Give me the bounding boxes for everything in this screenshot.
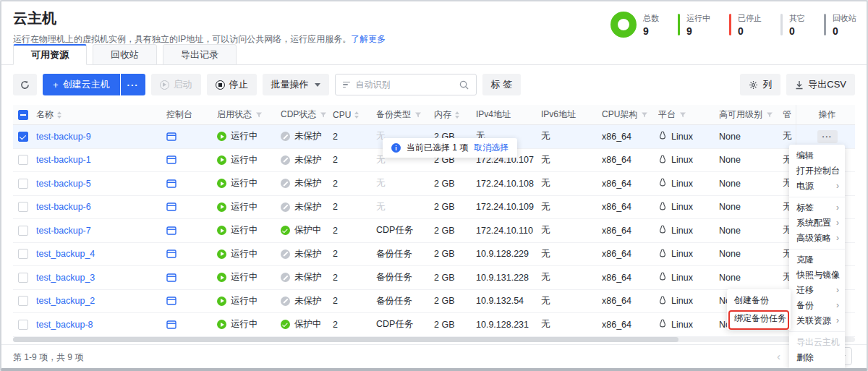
console-icon[interactable]: [166, 155, 176, 164]
platform-text: Linux: [671, 202, 693, 212]
stop-circle-icon: [216, 80, 225, 90]
platform-text: Linux: [671, 273, 693, 283]
tab-available-resources[interactable]: 可用资源: [13, 44, 87, 65]
search-input[interactable]: [356, 80, 454, 90]
platform-text: Linux: [671, 226, 693, 236]
filter-icon[interactable]: [641, 111, 648, 119]
menu-item-edit[interactable]: 编辑: [789, 148, 845, 163]
menu-item-export-vm[interactable]: 导出云主机: [789, 335, 845, 350]
columns-button[interactable]: 列: [740, 74, 780, 95]
stat-value: 0: [789, 25, 805, 37]
tag-button[interactable]: 标 签: [482, 74, 522, 95]
sort-icon[interactable]: [354, 111, 359, 119]
row-checkbox[interactable]: [18, 273, 28, 283]
submenu-item-bind-backup-task[interactable]: 绑定备份任务: [727, 310, 791, 328]
row-checkbox[interactable]: [18, 179, 28, 189]
sort-icon[interactable]: [455, 111, 459, 119]
col-header-memory: 内存: [434, 108, 451, 121]
tab-recycle-bin[interactable]: 回收站: [93, 44, 157, 65]
refresh-button[interactable]: [13, 74, 37, 95]
tab-export-records[interactable]: 导出记录: [163, 44, 237, 65]
console-icon[interactable]: [166, 202, 176, 211]
row-actions-button[interactable]: [817, 130, 838, 143]
menu-item-clone[interactable]: 克隆: [789, 252, 845, 268]
table-row[interactable]: test-backup-7 运行中 保护中 2 CDP任务 2 GB 172.2…: [13, 219, 855, 243]
deselect-link[interactable]: 取消选择: [474, 142, 509, 154]
table-row[interactable]: test-backup-5 运行中 未保护 2 无 2 GB 172.24.10…: [13, 172, 855, 196]
cdp-status-text: 未保护: [294, 248, 322, 260]
table-row[interactable]: test-backup-6 运行中 未保护 2 无 2 GB 172.24.10…: [13, 196, 855, 220]
console-icon[interactable]: [166, 226, 176, 235]
export-csv-button[interactable]: 导出CSV: [786, 74, 855, 95]
console-icon[interactable]: [166, 320, 176, 329]
row-checkbox[interactable]: [18, 155, 28, 165]
row-checkbox[interactable]: [18, 226, 28, 236]
cpu-cell: 2: [333, 243, 376, 266]
console-icon[interactable]: [166, 273, 176, 282]
col-header-console: 控制台: [166, 108, 192, 121]
console-icon[interactable]: [166, 250, 176, 258]
backup-submenu: 创建备份 绑定备份任务: [727, 289, 791, 330]
vm-name-link[interactable]: test-backup-7: [36, 226, 91, 236]
row-checkbox[interactable]: [18, 132, 28, 142]
platform-text: Linux: [671, 249, 693, 259]
batch-actions-label: 批量操作: [271, 78, 309, 91]
row-checkbox[interactable]: [18, 320, 28, 330]
running-status-icon: [217, 273, 226, 282]
submenu-arrow-icon: [836, 231, 839, 246]
menu-item-open-console[interactable]: 打开控制台: [789, 163, 845, 179]
table-header-row: 名称 控制台 启用状态 CDP状态 CPU 备份类型 内存 IPv4地址 IPv…: [13, 105, 855, 125]
start-button[interactable]: 启动: [151, 74, 201, 95]
menu-item-system-config[interactable]: 系统配置: [789, 216, 845, 231]
vm-name-link[interactable]: test_backup_4: [36, 249, 95, 259]
filter-icon[interactable]: [255, 111, 263, 119]
select-all-checkbox[interactable]: [18, 110, 28, 120]
filter-icon[interactable]: [320, 111, 327, 119]
row-checkbox[interactable]: [18, 249, 28, 259]
stat-color-bar: [678, 14, 680, 35]
sort-icon[interactable]: [57, 111, 61, 119]
console-icon[interactable]: [166, 179, 176, 188]
memory-cell: 2 GB: [434, 313, 476, 336]
row-checkbox[interactable]: [18, 296, 28, 306]
learn-more-link[interactable]: 了解更多: [351, 34, 386, 44]
stop-button[interactable]: 停止: [207, 74, 257, 95]
vm-name-link[interactable]: test-backup-5: [36, 179, 91, 189]
memory-cell: 2 GB: [434, 172, 476, 195]
ha-level-cell: None: [719, 243, 783, 266]
menu-item-power[interactable]: 电源: [789, 179, 845, 194]
menu-item-backup[interactable]: 备份: [789, 298, 845, 313]
create-vm-more-button[interactable]: [121, 74, 145, 95]
menu-item-migrate[interactable]: 迁移: [789, 283, 845, 298]
console-icon[interactable]: [166, 132, 176, 141]
console-icon[interactable]: [166, 297, 176, 305]
scrollbar-thumb[interactable]: [13, 337, 678, 342]
submenu-item-create-backup[interactable]: 创建备份: [727, 291, 791, 310]
menu-item-related-resources[interactable]: 关联资源: [789, 313, 845, 328]
vm-name-link[interactable]: test-backup-1: [36, 155, 91, 165]
row-checkbox[interactable]: [18, 202, 28, 212]
vm-name-link[interactable]: test_backup_2: [36, 296, 95, 306]
prev-page-icon[interactable]: [777, 350, 780, 362]
batch-actions-button[interactable]: 批量操作: [263, 74, 329, 95]
filter-icon[interactable]: [766, 111, 773, 119]
search-icon[interactable]: [459, 80, 469, 90]
menu-item-advanced-policy[interactable]: 高级策略: [789, 231, 845, 246]
table-row[interactable]: test_backup_4 运行中 未保护 2 备份任务 2 GB 10.9.1…: [13, 243, 855, 267]
cdp-status-text: 未保护: [294, 201, 322, 213]
vm-name-link[interactable]: test-backup-9: [36, 132, 91, 142]
cpu-arch-cell: x86_64: [602, 266, 658, 289]
stop-label: 停止: [229, 78, 248, 91]
filter-icon[interactable]: [414, 111, 422, 119]
vm-name-link[interactable]: test_backup_3: [36, 273, 95, 283]
stat-label: 运行中: [686, 13, 710, 24]
cdp-status-icon: [281, 320, 290, 329]
filter-icon[interactable]: [679, 111, 686, 119]
menu-item-delete[interactable]: 删除: [789, 350, 845, 365]
vm-name-link[interactable]: test-backup-6: [36, 202, 91, 212]
table-row[interactable]: test_backup_3 运行中 未保护 2 备份任务 2 GB 10.9.1…: [13, 266, 855, 290]
menu-item-tags[interactable]: 标签: [789, 200, 845, 216]
menu-item-snapshot-image[interactable]: 快照与镜像: [789, 268, 845, 283]
create-vm-button[interactable]: +创建云主机: [43, 74, 120, 95]
vm-name-link[interactable]: test_backup-8: [36, 320, 93, 330]
